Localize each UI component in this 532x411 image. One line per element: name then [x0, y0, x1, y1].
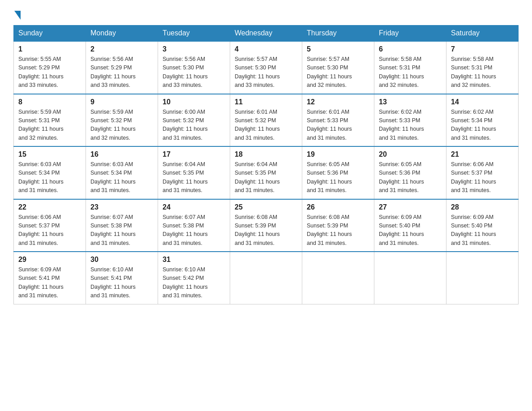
- day-number: 31: [163, 256, 225, 264]
- day-info: Sunrise: 6:01 AMSunset: 5:33 PMDaylight:…: [307, 108, 369, 143]
- day-info: Sunrise: 5:58 AMSunset: 5:31 PMDaylight:…: [451, 55, 514, 90]
- day-number: 27: [379, 203, 442, 211]
- day-number: 2: [90, 45, 153, 53]
- calendar-cell: 29 Sunrise: 6:09 AMSunset: 5:41 PMDaylig…: [14, 252, 86, 304]
- calendar-cell: 26 Sunrise: 6:08 AMSunset: 5:39 PMDaylig…: [302, 199, 374, 252]
- day-info: Sunrise: 5:57 AMSunset: 5:30 PMDaylight:…: [307, 55, 369, 90]
- day-number: 24: [163, 203, 225, 211]
- day-number: 9: [90, 98, 153, 106]
- calendar-week-5: 29 Sunrise: 6:09 AMSunset: 5:41 PMDaylig…: [14, 252, 519, 304]
- day-number: 26: [307, 203, 369, 211]
- day-info: Sunrise: 6:09 AMSunset: 5:40 PMDaylight:…: [379, 213, 442, 248]
- calendar-table: SundayMondayTuesdayWednesdayThursdayFrid…: [13, 25, 519, 304]
- calendar-cell: 20 Sunrise: 6:05 AMSunset: 5:36 PMDaylig…: [374, 146, 446, 199]
- calendar-cell: 22 Sunrise: 6:06 AMSunset: 5:37 PMDaylig…: [14, 199, 86, 252]
- calendar-cell: 12 Sunrise: 6:01 AMSunset: 5:33 PMDaylig…: [302, 94, 374, 147]
- day-info: Sunrise: 6:00 AMSunset: 5:32 PMDaylight:…: [163, 108, 225, 143]
- day-info: Sunrise: 5:55 AMSunset: 5:29 PMDaylight:…: [18, 55, 81, 90]
- calendar-cell: 10 Sunrise: 6:00 AMSunset: 5:32 PMDaylig…: [158, 94, 230, 147]
- calendar-cell: 19 Sunrise: 6:05 AMSunset: 5:36 PMDaylig…: [302, 146, 374, 199]
- day-number: 18: [235, 150, 297, 158]
- day-info: Sunrise: 6:06 AMSunset: 5:37 PMDaylight:…: [18, 213, 81, 248]
- calendar-cell: 23 Sunrise: 6:07 AMSunset: 5:38 PMDaylig…: [86, 199, 158, 252]
- calendar-cell: 5 Sunrise: 5:57 AMSunset: 5:30 PMDayligh…: [302, 41, 374, 94]
- calendar-cell: 16 Sunrise: 6:03 AMSunset: 5:34 PMDaylig…: [86, 146, 158, 199]
- day-info: Sunrise: 6:07 AMSunset: 5:38 PMDaylight:…: [163, 213, 225, 248]
- calendar-cell: 18 Sunrise: 6:04 AMSunset: 5:35 PMDaylig…: [230, 146, 302, 199]
- calendar-cell: 13 Sunrise: 6:02 AMSunset: 5:33 PMDaylig…: [374, 94, 446, 147]
- calendar-cell: 4 Sunrise: 5:57 AMSunset: 5:30 PMDayligh…: [230, 41, 302, 94]
- day-number: 16: [90, 150, 153, 158]
- calendar-week-2: 8 Sunrise: 5:59 AMSunset: 5:31 PMDayligh…: [14, 94, 519, 147]
- calendar-cell: 9 Sunrise: 5:59 AMSunset: 5:32 PMDayligh…: [86, 94, 158, 147]
- calendar-cell: 28 Sunrise: 6:09 AMSunset: 5:40 PMDaylig…: [446, 199, 519, 252]
- day-number: 3: [163, 45, 225, 53]
- weekday-header-friday: Friday: [374, 26, 446, 42]
- day-number: 19: [307, 150, 369, 158]
- weekday-header-thursday: Thursday: [302, 26, 374, 42]
- calendar-cell: 31 Sunrise: 6:10 AMSunset: 5:42 PMDaylig…: [158, 252, 230, 304]
- calendar-cell: 15 Sunrise: 6:03 AMSunset: 5:34 PMDaylig…: [14, 146, 86, 199]
- day-number: 4: [235, 45, 297, 53]
- day-number: 6: [379, 45, 442, 53]
- calendar-cell: 30 Sunrise: 6:10 AMSunset: 5:41 PMDaylig…: [86, 252, 158, 304]
- day-info: Sunrise: 6:02 AMSunset: 5:34 PMDaylight:…: [451, 108, 514, 143]
- logo-arrow-icon: [14, 11, 21, 20]
- weekday-header-tuesday: Tuesday: [158, 26, 230, 42]
- calendar-cell: 7 Sunrise: 5:58 AMSunset: 5:31 PMDayligh…: [446, 41, 519, 94]
- calendar-header-row: SundayMondayTuesdayWednesdayThursdayFrid…: [14, 26, 519, 42]
- calendar-week-3: 15 Sunrise: 6:03 AMSunset: 5:34 PMDaylig…: [14, 146, 519, 199]
- calendar-cell: 17 Sunrise: 6:04 AMSunset: 5:35 PMDaylig…: [158, 146, 230, 199]
- calendar-cell: 27 Sunrise: 6:09 AMSunset: 5:40 PMDaylig…: [374, 199, 446, 252]
- day-info: Sunrise: 6:08 AMSunset: 5:39 PMDaylight:…: [235, 213, 297, 248]
- day-info: Sunrise: 6:04 AMSunset: 5:35 PMDaylight:…: [235, 160, 297, 195]
- weekday-header-saturday: Saturday: [446, 26, 519, 42]
- calendar-body: 1 Sunrise: 5:55 AMSunset: 5:29 PMDayligh…: [14, 41, 519, 304]
- day-info: Sunrise: 5:58 AMSunset: 5:31 PMDaylight:…: [379, 55, 442, 90]
- calendar-cell: 3 Sunrise: 5:56 AMSunset: 5:30 PMDayligh…: [158, 41, 230, 94]
- day-number: 29: [18, 256, 81, 264]
- day-info: Sunrise: 5:56 AMSunset: 5:29 PMDaylight:…: [90, 55, 153, 90]
- day-number: 30: [90, 256, 153, 264]
- day-number: 11: [235, 98, 297, 106]
- day-number: 13: [379, 98, 442, 106]
- day-info: Sunrise: 6:03 AMSunset: 5:34 PMDaylight:…: [90, 160, 153, 195]
- day-info: Sunrise: 6:01 AMSunset: 5:32 PMDaylight:…: [235, 108, 297, 143]
- day-number: 23: [90, 203, 153, 211]
- day-number: 10: [163, 98, 225, 106]
- calendar-cell: 8 Sunrise: 5:59 AMSunset: 5:31 PMDayligh…: [14, 94, 86, 147]
- day-info: Sunrise: 5:56 AMSunset: 5:30 PMDaylight:…: [163, 55, 225, 90]
- weekday-header-sunday: Sunday: [14, 26, 86, 42]
- calendar-cell: 11 Sunrise: 6:01 AMSunset: 5:32 PMDaylig…: [230, 94, 302, 147]
- weekday-header-wednesday: Wednesday: [230, 26, 302, 42]
- day-info: Sunrise: 6:02 AMSunset: 5:33 PMDaylight:…: [379, 108, 442, 143]
- calendar-week-1: 1 Sunrise: 5:55 AMSunset: 5:29 PMDayligh…: [14, 41, 519, 94]
- calendar-cell: 2 Sunrise: 5:56 AMSunset: 5:29 PMDayligh…: [86, 41, 158, 94]
- weekday-header-monday: Monday: [86, 26, 158, 42]
- day-number: 20: [379, 150, 442, 158]
- calendar-cell: 24 Sunrise: 6:07 AMSunset: 5:38 PMDaylig…: [158, 199, 230, 252]
- day-number: 22: [18, 203, 81, 211]
- day-number: 25: [235, 203, 297, 211]
- day-number: 28: [451, 203, 514, 211]
- day-info: Sunrise: 6:10 AMSunset: 5:41 PMDaylight:…: [90, 265, 153, 300]
- day-info: Sunrise: 5:59 AMSunset: 5:31 PMDaylight:…: [18, 108, 81, 143]
- day-number: 17: [163, 150, 225, 158]
- page-header: [13, 9, 519, 17]
- day-info: Sunrise: 6:09 AMSunset: 5:40 PMDaylight:…: [451, 213, 514, 248]
- logo: [13, 9, 28, 17]
- day-info: Sunrise: 6:05 AMSunset: 5:36 PMDaylight:…: [307, 160, 369, 195]
- calendar-cell: [446, 252, 519, 304]
- day-number: 7: [451, 45, 514, 53]
- day-number: 1: [18, 45, 81, 53]
- day-info: Sunrise: 5:57 AMSunset: 5:30 PMDaylight:…: [235, 55, 297, 90]
- day-info: Sunrise: 5:59 AMSunset: 5:32 PMDaylight:…: [90, 108, 153, 143]
- calendar-cell: [374, 252, 446, 304]
- day-info: Sunrise: 6:03 AMSunset: 5:34 PMDaylight:…: [18, 160, 81, 195]
- day-number: 21: [451, 150, 514, 158]
- day-info: Sunrise: 6:07 AMSunset: 5:38 PMDaylight:…: [90, 213, 153, 248]
- day-info: Sunrise: 6:05 AMSunset: 5:36 PMDaylight:…: [379, 160, 442, 195]
- calendar-week-4: 22 Sunrise: 6:06 AMSunset: 5:37 PMDaylig…: [14, 199, 519, 252]
- day-info: Sunrise: 6:08 AMSunset: 5:39 PMDaylight:…: [307, 213, 369, 248]
- calendar-cell: 1 Sunrise: 5:55 AMSunset: 5:29 PMDayligh…: [14, 41, 86, 94]
